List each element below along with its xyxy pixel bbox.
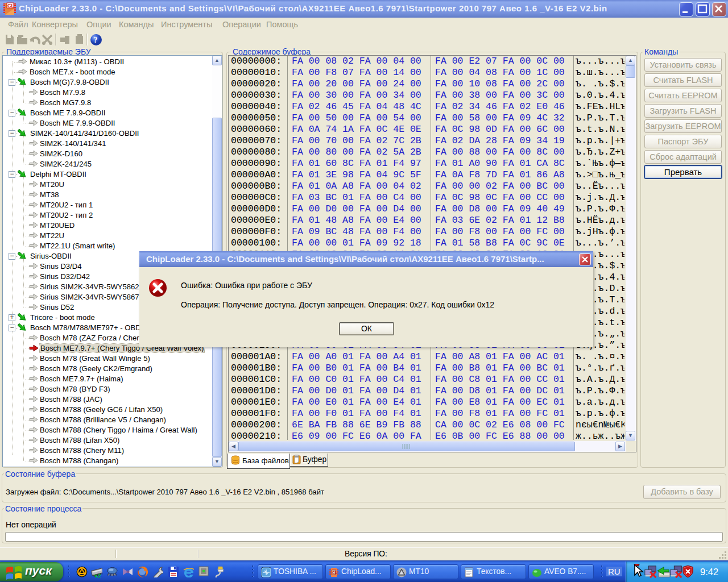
svg-text:?: ? [94,36,98,44]
svg-text:v.2: v.2 [94,573,101,578]
svg-text:CL: CL [7,3,14,9]
svg-text:CL: CL [332,571,338,575]
